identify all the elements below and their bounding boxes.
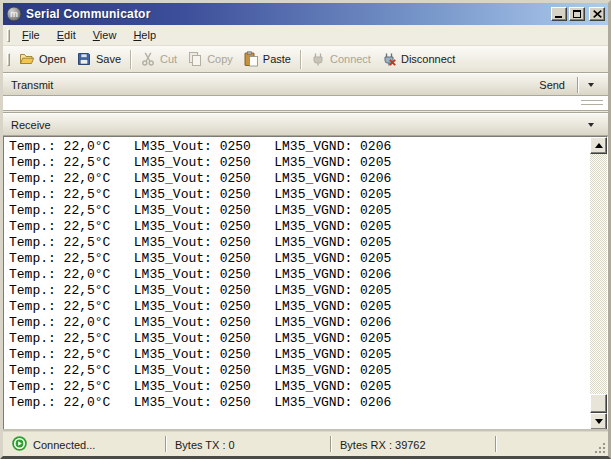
transmit-input-row [3,96,608,111]
save-button[interactable]: Save [71,49,126,69]
receive-log: Temp.: 22,0°C LM35_Vout: 0250 LM35_VGND:… [4,137,607,411]
receive-header: Receive [3,113,608,136]
toolbar-separator [130,50,131,69]
copy-button: Copy [182,49,238,69]
disconnect-button[interactable]: Disconnect [376,49,460,69]
scrollbar-thumb[interactable] [590,394,607,413]
save-disk-icon [76,51,92,67]
close-button[interactable] [589,7,605,21]
menu-view[interactable]: View [85,27,125,43]
toolbar-gripper[interactable] [7,53,10,66]
open-button[interactable]: Open [14,49,71,69]
connect-button: Connect [305,49,376,69]
app-window: m Serial Communicator File Edit View Hel… [0,0,611,459]
connected-status-icon [12,436,27,453]
copy-button-label: Copy [207,53,233,65]
app-icon: m [6,6,22,22]
receive-area: Temp.: 22,0°C LM35_Vout: 0250 LM35_VGND:… [3,136,608,431]
minimize-button[interactable] [551,7,567,21]
title-bar[interactable]: m Serial Communicator [3,3,608,25]
connect-plug-icon [310,51,326,67]
statusbar-separator [330,436,331,452]
copy-pages-icon [187,51,203,67]
chevron-down-icon [588,123,594,127]
menu-file[interactable]: File [14,27,48,43]
window-resize-grip[interactable] [594,442,606,454]
statusbar-separator [495,436,496,452]
open-button-label: Open [39,53,66,65]
menubar-gripper[interactable] [7,29,10,42]
chevron-down-icon [588,83,594,87]
status-bar: Connected... Bytes TX : 0 Bytes RX : 397… [3,431,608,456]
minimize-icon [555,16,562,18]
send-separator [577,77,578,93]
window-title: Serial Communicator [26,7,551,21]
arrow-down-icon [595,419,603,424]
close-icon [593,10,602,18]
receive-options-dropdown[interactable] [582,116,600,134]
paste-button-label: Paste [263,53,291,65]
statusbar-separator [165,436,166,452]
bytes-rx-panel: Bytes RX : 39762 [340,432,426,457]
cut-button-label: Cut [160,53,177,65]
open-folder-icon [19,51,35,67]
receive-label: Receive [11,119,51,131]
maximize-icon [573,10,581,18]
cut-button: Cut [135,49,182,69]
toolbar-separator [300,50,301,69]
menu-bar: File Edit View Help [3,25,608,46]
receive-scrollbar[interactable] [590,137,607,430]
arrow-up-icon [595,143,603,148]
send-options-dropdown[interactable] [582,76,600,94]
cut-scissors-icon [140,51,156,67]
disconnect-button-label: Disconnect [401,53,455,65]
bytes-tx-panel: Bytes TX : 0 [175,432,235,457]
transmit-resize-grip[interactable] [581,99,603,108]
menu-help[interactable]: Help [125,27,164,43]
toolbar: Open Save Cut [3,46,608,73]
transmit-header: Transmit Send [3,73,608,96]
menu-edit[interactable]: Edit [49,27,84,43]
maximize-button[interactable] [569,7,585,21]
scroll-up-button[interactable] [590,137,607,154]
transmit-label: Transmit [11,79,53,91]
scroll-down-button[interactable] [590,413,607,430]
connect-button-label: Connect [330,53,371,65]
connection-status-panel: Connected... [12,432,95,457]
disconnect-plug-icon [381,51,397,67]
connection-status-text: Connected... [33,439,95,451]
paste-button[interactable]: Paste [238,49,296,69]
send-button[interactable]: Send [533,77,571,93]
save-button-label: Save [96,53,121,65]
transmit-input[interactable] [3,96,608,110]
paste-clipboard-icon [243,51,259,67]
svg-text:m: m [10,9,18,19]
